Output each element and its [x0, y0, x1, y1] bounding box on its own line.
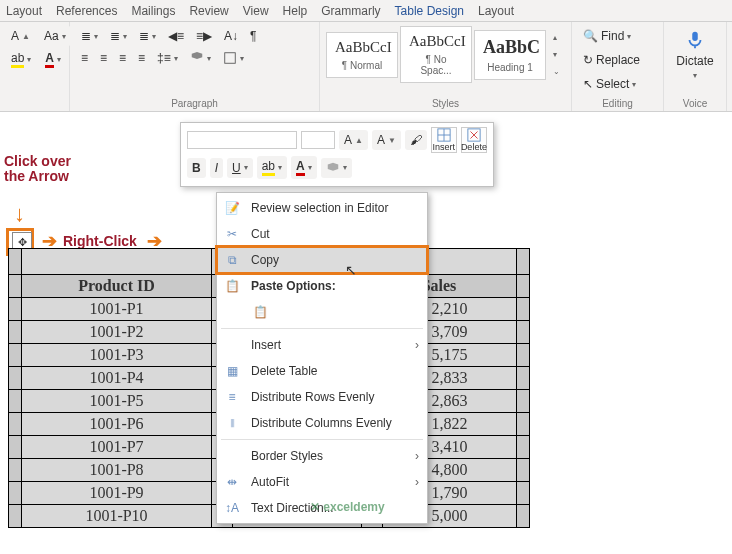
group-label [6, 96, 63, 109]
ctx-insert[interactable]: Insert [217, 332, 427, 358]
replace-button[interactable]: ↻ Replace [578, 50, 657, 70]
mini-font-color-button[interactable]: A▾ [291, 156, 317, 179]
font-color-button[interactable]: A▾ [40, 48, 66, 71]
select-button[interactable]: ↖ Select▾ [578, 74, 657, 94]
font-color-icon: A [296, 159, 305, 176]
tab-view[interactable]: View [243, 4, 269, 18]
pointer-icon: ↖ [583, 77, 593, 91]
ctx-delete-table[interactable]: ▦Delete Table [217, 358, 427, 384]
highlight-button[interactable]: ab▾ [6, 48, 36, 71]
borders-button[interactable]: ▾ [218, 48, 249, 68]
text-direction-icon: ↕A [223, 501, 241, 515]
mini-shrink-font-button[interactable]: A▼ [372, 130, 401, 150]
ctx-cut[interactable]: ✂Cut [217, 221, 427, 247]
col-product-id: Product ID [22, 275, 212, 298]
mini-delete-button[interactable]: Delete [461, 127, 487, 153]
decrease-indent-button[interactable]: ◀≡ [163, 26, 189, 46]
ctx-text-direction[interactable]: ↕AText Direction... [217, 495, 427, 521]
mini-italic-button[interactable]: I [210, 158, 223, 178]
align-right-button[interactable]: ≡ [114, 48, 131, 68]
find-button[interactable]: 🔍 Find▾ [578, 26, 657, 46]
ctx-separator [221, 328, 423, 329]
group-voice: Dictate ▾ Voice [664, 22, 727, 111]
align-left-button[interactable]: ≡ [76, 48, 93, 68]
change-case-button[interactable]: Aa▾ [39, 26, 71, 46]
tab-context-layout[interactable]: Layout [478, 4, 514, 18]
mini-font-input[interactable] [187, 131, 297, 149]
styles-up-button[interactable]: ▴ [548, 30, 565, 45]
tab-references[interactable]: References [56, 4, 117, 18]
group-styles: AaBbCcI ¶ Normal AaBbCcI ¶ No Spac... Aa… [320, 22, 572, 111]
ribbon: A▲ Aa▾ ab▾ A▾ ≣▾ ≣▾ ≣▾ ◀≡ ≡▶ A↓ ¶ ≡ [0, 22, 732, 112]
ctx-separator-2 [221, 439, 423, 440]
scissors-icon: ✂ [223, 227, 241, 241]
ctx-distribute-rows[interactable]: ≡Distribute Rows Evenly [217, 384, 427, 410]
mini-grow-font-button[interactable]: A▲ [339, 130, 368, 150]
distribute-cols-icon: ⦀ [223, 416, 241, 430]
clipboard-keep-icon: 📋 [251, 305, 269, 319]
ctx-copy[interactable]: ⧉Copy [217, 247, 427, 273]
increase-indent-button[interactable]: ≡▶ [191, 26, 217, 46]
svg-rect-0 [225, 53, 236, 64]
bucket-icon [326, 161, 340, 175]
font-size-increase-button[interactable]: A▲ [6, 26, 35, 46]
svg-rect-1 [692, 32, 698, 41]
cell-product: 1001-P4 [22, 367, 212, 390]
cell-product: 1001-P5 [22, 390, 212, 413]
ctx-border-styles[interactable]: Border Styles [217, 443, 427, 469]
tab-layout[interactable]: Layout [6, 4, 42, 18]
review-icon: 📝 [223, 201, 241, 215]
mini-shading-button[interactable]: ▾ [321, 158, 352, 178]
cell-product: 1001-P7 [22, 436, 212, 459]
styles-down-button[interactable]: ▾ [548, 47, 565, 62]
mini-format-painter-button[interactable]: 🖌 [405, 130, 427, 150]
style-normal[interactable]: AaBbCcI ¶ Normal [326, 32, 398, 78]
align-center-button[interactable]: ≡ [95, 48, 112, 68]
mini-size-input[interactable] [301, 131, 335, 149]
ctx-review-selection[interactable]: 📝Review selection in Editor [217, 195, 427, 221]
style-no-spacing[interactable]: AaBbCcI ¶ No Spac... [400, 26, 472, 83]
replace-icon: ↻ [583, 53, 593, 67]
mini-insert-button[interactable]: Insert [431, 127, 457, 153]
cell-product: 1001-P3 [22, 344, 212, 367]
tab-review[interactable]: Review [189, 4, 228, 18]
cell-product: 1001-P10 [22, 505, 212, 528]
clipboard-icon: 📋 [223, 279, 241, 293]
tab-mailings[interactable]: Mailings [131, 4, 175, 18]
styles-group-label: Styles [326, 96, 565, 109]
ctx-distribute-cols[interactable]: ⦀Distribute Columns Evenly [217, 410, 427, 436]
mini-underline-button[interactable]: U▾ [227, 158, 253, 178]
paragraph-group-label: Paragraph [76, 96, 313, 109]
tab-table-design[interactable]: Table Design [395, 4, 464, 18]
cell-product: 1001-P8 [22, 459, 212, 482]
tab-help[interactable]: Help [283, 4, 308, 18]
styles-more-button[interactable]: ⌄ [548, 64, 565, 79]
dictate-button[interactable]: Dictate ▾ [670, 26, 720, 83]
autofit-icon: ⇹ [223, 475, 241, 489]
ctx-autofit[interactable]: ⇹AutoFit [217, 469, 427, 495]
shading-button[interactable]: ▾ [185, 48, 216, 68]
justify-button[interactable]: ≡ [133, 48, 150, 68]
ribbon-tabs: Layout References Mailings Review View H… [0, 0, 732, 22]
group-paragraph: ≣▾ ≣▾ ≣▾ ◀≡ ≡▶ A↓ ¶ ≡ ≡ ≡ ≡ ‡≡▾ ▾ ▾ Para… [70, 22, 320, 111]
multilevel-list-button[interactable]: ≣▾ [134, 26, 161, 46]
ctx-paste-options: 📋Paste Options: [217, 273, 427, 299]
editing-group-label: Editing [578, 96, 657, 109]
tab-grammarly[interactable]: Grammarly [321, 4, 380, 18]
numbering-button[interactable]: ≣▾ [105, 26, 132, 46]
line-spacing-button[interactable]: ‡≡▾ [152, 48, 183, 68]
annotation-click-arrow: Click over the Arrow [4, 154, 71, 185]
sort-button[interactable]: A↓ [219, 26, 243, 46]
show-marks-button[interactable]: ¶ [245, 26, 261, 46]
highlight-icon: ab [262, 159, 275, 176]
brush-icon: 🖌 [410, 133, 422, 147]
style-heading1[interactable]: AaBbC Heading 1 [474, 30, 546, 80]
mini-toolbar: A▲ A▼ 🖌 Insert Delete B I U▾ ab▾ A▾ ▾ [180, 122, 494, 187]
mini-bold-button[interactable]: B [187, 158, 206, 178]
bullets-button[interactable]: ≣▾ [76, 26, 103, 46]
microphone-icon [684, 29, 706, 51]
cell-product: 1001-P2 [22, 321, 212, 344]
copy-icon: ⧉ [223, 253, 241, 267]
ctx-paste-keep-source[interactable]: 📋 [217, 299, 427, 325]
mini-highlight-button[interactable]: ab▾ [257, 156, 287, 179]
